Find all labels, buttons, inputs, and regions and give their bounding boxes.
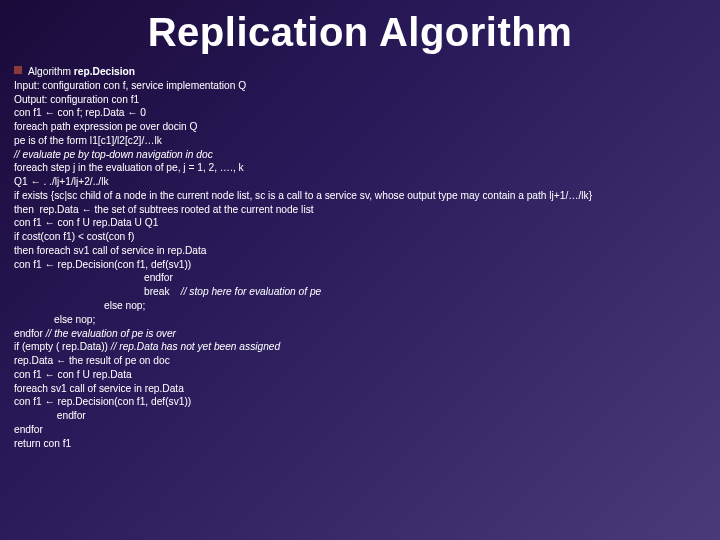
algo-line: else nop; [14,313,706,327]
algo-line: if cost(con f1) < cost(con f) [14,230,706,244]
algo-line: con f1 ← con f U rep.Data U Q1 [14,216,706,230]
algo-line-text: con f1 ← con f U rep.Data U Q1 [14,217,158,228]
algo-line-text: then foreach sv1 call of service in rep.… [14,245,207,256]
algo-line-text: // evaluate pe by top-down navigation in… [14,149,213,160]
algorithm-body: Algorithm rep.DecisionInput: configurati… [14,65,706,450]
algo-line: Algorithm rep.Decision [14,65,706,79]
algo-line-text: Input: configuration con f, service impl… [14,80,246,91]
algo-line-text: pe is of the form l1[c1]/l2[c2]/…lk [14,135,162,146]
algo-line-text: foreach path expression pe over docin Q [14,121,198,132]
algo-line: else nop; [14,299,706,313]
algo-line-text: endfor [144,272,173,283]
algo-line: break // stop here for evaluation of pe [14,285,706,299]
algo-line-text: con f1 ← rep.Decision(con f1, def(sv1)) [14,259,191,270]
algo-line: con f1 ← con f; rep.Data ← 0 [14,106,706,120]
slide: Replication Algorithm Algorithm rep.Deci… [0,0,720,540]
slide-title: Replication Algorithm [14,10,706,55]
algo-line: pe is of the form l1[c1]/l2[c2]/…lk [14,134,706,148]
algo-line: rep.Data ← the result of pe on doc [14,354,706,368]
algo-line-text: else nop; [104,300,145,311]
algo-line: foreach step j in the evaluation of pe, … [14,161,706,175]
algo-line: con f1 ← con f U rep.Data [14,368,706,382]
algo-line: endfor [14,423,706,437]
algo-line: endfor [14,271,706,285]
algo-line: endfor // the evaluation of pe is over [14,327,706,341]
algo-line-text: foreach step j in the evaluation of pe, … [14,162,244,173]
algo-line: if (empty ( rep.Data)) // rep.Data has n… [14,340,706,354]
algo-line: foreach sv1 call of service in rep.Data [14,382,706,396]
algo-line-text: if cost(con f1) < cost(con f) [14,231,134,242]
algo-line-text: Algorithm rep.Decision [28,66,135,77]
algo-line: return con f1 [14,437,706,451]
algo-line-text: foreach sv1 call of service in rep.Data [14,383,184,394]
algo-line: Input: configuration con f, service impl… [14,79,706,93]
bullet-icon [14,66,22,74]
algo-line: // evaluate pe by top-down navigation in… [14,148,706,162]
algo-line: con f1 ← rep.Decision(con f1, def(sv1)) [14,258,706,272]
algo-line-text: con f1 ← rep.Decision(con f1, def(sv1)) [14,396,191,407]
algo-line-text: endfor [54,410,86,421]
algo-line-text: Output: configuration con f1 [14,94,139,105]
algo-line-text: return con f1 [14,438,71,449]
algo-line: foreach path expression pe over docin Q [14,120,706,134]
algo-line-text: then rep.Data ← the set of subtrees root… [14,204,314,215]
algo-line-text: break // stop here for evaluation of pe [144,286,321,297]
algo-line-text: endfor [14,424,43,435]
algo-line: con f1 ← rep.Decision(con f1, def(sv1)) [14,395,706,409]
algo-line-text: con f1 ← con f U rep.Data [14,369,132,380]
algo-line-text: else nop; [54,314,95,325]
algo-line-text: con f1 ← con f; rep.Data ← 0 [14,107,146,118]
algo-line: then foreach sv1 call of service in rep.… [14,244,706,258]
algo-line-text: if (empty ( rep.Data)) // rep.Data has n… [14,341,280,352]
algo-line-text: endfor // the evaluation of pe is over [14,328,176,339]
algo-line: if exists {sc|sc child of a node in the … [14,189,706,203]
algo-line-text: rep.Data ← the result of pe on doc [14,355,170,366]
algo-line: Q1 ← . ./lj+1/lj+2/../lk [14,175,706,189]
algo-line-text: if exists {sc|sc child of a node in the … [14,190,592,201]
algo-line: Output: configuration con f1 [14,93,706,107]
algo-line-text: Q1 ← . ./lj+1/lj+2/../lk [14,176,109,187]
algo-line: then rep.Data ← the set of subtrees root… [14,203,706,217]
algo-line: endfor [14,409,706,423]
